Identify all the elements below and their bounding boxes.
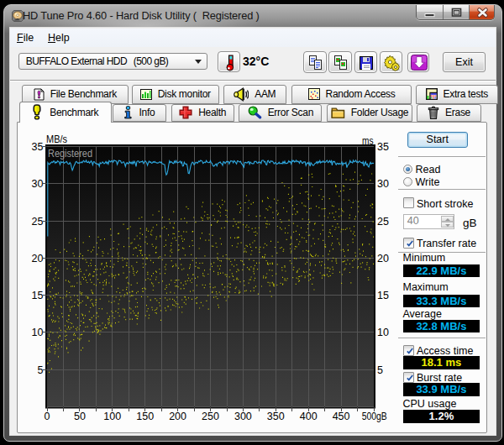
svg-text:Registered: Registered [48,148,92,160]
svg-text:MB/s: MB/s [46,134,67,145]
svg-text:100: 100 [103,411,121,422]
svg-text:20: 20 [377,253,389,264]
svg-text:250: 250 [202,411,219,422]
svg-text:500gB: 500gB [362,411,387,422]
svg-text:10: 10 [377,327,389,338]
svg-text:5: 5 [38,364,44,376]
svg-text:30: 30 [377,178,389,190]
svg-text:50: 50 [74,411,86,422]
svg-text:25: 25 [377,216,389,228]
svg-text:400: 400 [300,411,318,422]
svg-text:35: 35 [377,141,389,153]
svg-text:30: 30 [32,178,44,190]
svg-text:200: 200 [169,411,186,422]
svg-text:20: 20 [32,253,44,264]
svg-text:0: 0 [45,411,50,422]
svg-text:450: 450 [333,411,350,422]
svg-text:ms: ms [362,135,374,147]
svg-text:15: 15 [377,290,389,301]
svg-text:25: 25 [32,216,44,228]
svg-text:35: 35 [32,141,44,153]
svg-text:350: 350 [267,411,285,422]
svg-text:10: 10 [32,327,44,338]
svg-text:150: 150 [136,411,154,422]
svg-text:15: 15 [32,290,44,301]
svg-text:300: 300 [234,411,252,422]
svg-text:5: 5 [377,364,383,376]
